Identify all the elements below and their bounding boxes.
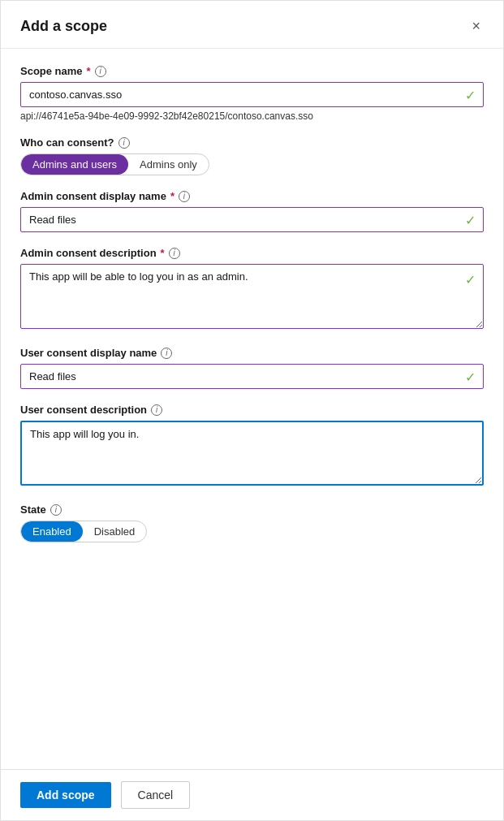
scope-name-label: Scope name * i bbox=[20, 65, 484, 77]
admin-consent-display-name-info-icon[interactable]: i bbox=[179, 191, 190, 202]
state-toggle: Enabled Disabled bbox=[20, 521, 147, 542]
user-consent-display-name-label: User consent display name i bbox=[20, 347, 484, 359]
scope-name-check-icon: ✓ bbox=[465, 87, 476, 102]
scope-uri-text: api://46741e5a-94be-4e09-9992-32bf42e802… bbox=[20, 110, 484, 122]
disabled-option[interactable]: Disabled bbox=[83, 521, 147, 542]
add-scope-button[interactable]: Add scope bbox=[20, 782, 111, 808]
admin-consent-description-info-icon[interactable]: i bbox=[169, 248, 180, 259]
admin-consent-description-textarea[interactable] bbox=[20, 264, 484, 329]
who-can-consent-label: Who can consent? i bbox=[20, 136, 484, 149]
admin-consent-display-name-field: Admin consent display name * i ✓ bbox=[20, 190, 484, 232]
user-consent-description-textarea[interactable] bbox=[20, 421, 484, 486]
dialog-footer: Add scope Cancel bbox=[1, 769, 503, 820]
dialog-header: Add a scope × bbox=[1, 1, 503, 49]
cancel-button[interactable]: Cancel bbox=[121, 781, 191, 809]
who-can-consent-toggle: Admins and users Admins only bbox=[20, 153, 209, 175]
admin-consent-description-wrapper: ✓ bbox=[20, 264, 484, 332]
required-indicator: * bbox=[87, 65, 91, 77]
who-can-consent-field: Who can consent? i Admins and users Admi… bbox=[20, 136, 484, 175]
dialog-body: Scope name * i ✓ api://46741e5a-94be-4e0… bbox=[1, 49, 503, 769]
scope-name-input-wrapper: ✓ bbox=[20, 82, 484, 107]
admin-consent-display-name-input[interactable] bbox=[20, 207, 484, 232]
who-can-consent-info-icon[interactable]: i bbox=[118, 137, 130, 149]
scope-name-info-icon[interactable]: i bbox=[95, 66, 106, 77]
required-indicator-3: * bbox=[161, 247, 165, 259]
admins-only-option[interactable]: Admins only bbox=[128, 154, 209, 175]
user-consent-display-name-field: User consent display name i ✓ bbox=[20, 347, 484, 389]
user-consent-display-name-wrapper: ✓ bbox=[20, 364, 484, 389]
user-consent-description-wrapper bbox=[20, 421, 484, 489]
scope-name-field: Scope name * i ✓ api://46741e5a-94be-4e0… bbox=[20, 65, 484, 122]
user-consent-display-name-info-icon[interactable]: i bbox=[161, 348, 172, 359]
user-consent-description-label: User consent description i bbox=[20, 404, 484, 416]
state-info-icon[interactable]: i bbox=[50, 504, 62, 516]
admins-and-users-option[interactable]: Admins and users bbox=[21, 154, 128, 175]
user-consent-display-name-check-icon: ✓ bbox=[465, 369, 476, 384]
admin-consent-display-name-wrapper: ✓ bbox=[20, 207, 484, 232]
admin-consent-description-label: Admin consent description * i bbox=[20, 247, 484, 259]
admin-consent-description-check-icon: ✓ bbox=[465, 272, 476, 287]
admin-consent-description-field: Admin consent description * i ✓ bbox=[20, 247, 484, 332]
add-scope-dialog: Add a scope × Scope name * i ✓ api://467… bbox=[0, 0, 504, 821]
dialog-title: Add a scope bbox=[20, 18, 107, 35]
enabled-option[interactable]: Enabled bbox=[21, 521, 83, 542]
user-consent-description-field: User consent description i bbox=[20, 404, 484, 489]
state-field: State i Enabled Disabled bbox=[20, 503, 484, 542]
state-label: State i bbox=[20, 503, 484, 516]
close-button[interactable]: × bbox=[468, 15, 484, 37]
required-indicator-2: * bbox=[170, 190, 174, 202]
user-consent-description-info-icon[interactable]: i bbox=[151, 404, 162, 416]
scope-name-input[interactable] bbox=[20, 82, 484, 107]
admin-consent-display-name-check-icon: ✓ bbox=[465, 212, 476, 227]
user-consent-display-name-input[interactable] bbox=[20, 364, 484, 389]
admin-consent-display-name-label: Admin consent display name * i bbox=[20, 190, 484, 202]
